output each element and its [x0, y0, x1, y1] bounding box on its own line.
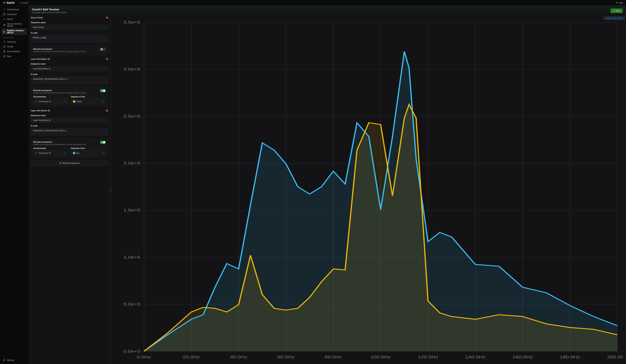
- sequence-card: Home Printer Sequence name G-code Record…: [31, 16, 108, 55]
- sidebar-item-debug-zip[interactable]: Debug Zip: [1, 39, 27, 44]
- chart-panel: Graph Example Preview 0.0Hz20.0Hz40.0Hz6…: [111, 16, 626, 364]
- sidebar-item-label: Dashboard: [7, 13, 17, 15]
- check-icon: [613, 10, 615, 12]
- record-label: Record resonances: [33, 141, 86, 143]
- sequence-name-input[interactable]: [31, 118, 108, 123]
- sidebar-item-label: Blog: [7, 55, 11, 57]
- record-toggle[interactable]: [100, 141, 106, 144]
- external-link-icon: [3, 55, 5, 58]
- topbar: RatOS Cancel Help: [0, 0, 626, 5]
- field-label: G-code: [31, 32, 108, 34]
- sidebar-item-blog[interactable]: Blog: [1, 54, 27, 59]
- chart-badge: Graph Example Preview: [604, 17, 625, 20]
- wand-icon: [3, 8, 5, 11]
- sidebar-item-setup-wizard[interactable]: Setup Wizard: [1, 7, 27, 12]
- color-swatch: [73, 100, 75, 103]
- sidebar-item-label: Motion: [7, 18, 13, 20]
- record-toggle[interactable]: [100, 89, 106, 92]
- save-button[interactable]: Save: [611, 8, 623, 13]
- sequence-name-input[interactable]: [31, 25, 108, 30]
- record-toggle[interactable]: [100, 48, 106, 51]
- record-label: Record resonances: [33, 48, 86, 50]
- help-button[interactable]: Help: [616, 2, 623, 4]
- logo-icon: [3, 1, 5, 4]
- color-select[interactable]: Sky ▲▼: [71, 150, 106, 156]
- sidebar-item-label: Donate: [7, 45, 13, 48]
- external-link-icon: [3, 50, 5, 53]
- field-label: Accelerometer: [33, 147, 68, 149]
- svg-text:2.5e+6: 2.5e+6: [123, 114, 140, 118]
- download-icon: [3, 40, 5, 43]
- remove-sequence-button[interactable]: [106, 58, 108, 60]
- svg-text:20.0Hz: 20.0Hz: [183, 355, 200, 359]
- motion-icon: [3, 18, 5, 20]
- sequence-title: Lower Belt (Motor A): [31, 58, 50, 60]
- sidebar-item-label: Mainsail: [7, 359, 14, 361]
- record-desc: Enable the calculation and persistence o…: [33, 144, 86, 146]
- svg-rect-2: [3, 24, 5, 25]
- record-desc: Enable the calculation and persistence o…: [33, 92, 86, 94]
- color-swatch: [73, 152, 75, 154]
- page-header: CoreXY Belt Tension Compare upper and lo…: [29, 5, 626, 16]
- logo: RatOS: [3, 1, 15, 4]
- gcode-input[interactable]: [31, 128, 108, 135]
- svg-text:40.0Hz: 40.0Hz: [230, 355, 247, 359]
- sidebar-item-documentation[interactable]: Documentation: [1, 49, 27, 54]
- sidebar-item-realtime-analysis[interactable]: Realtime Analysis (BETA): [1, 28, 27, 35]
- remove-sequence-button[interactable]: [106, 17, 108, 19]
- svg-text:140.0Hz: 140.0Hz: [465, 355, 486, 359]
- field-label: Sequence Color: [71, 96, 106, 98]
- svg-text:80.0Hz: 80.0Hz: [325, 355, 342, 359]
- field-label: Sequence Color: [71, 147, 106, 149]
- record-desc: Enable the calculation and persistence o…: [33, 50, 86, 52]
- sequence-card: Lower Belt (Motor A) Sequence name G-cod…: [31, 57, 108, 107]
- sidebar-item-mainsail[interactable]: Mainsail: [1, 358, 27, 363]
- svg-text:160.0Hz: 160.0Hz: [512, 355, 533, 359]
- svg-text:180.0Hz: 180.0Hz: [560, 355, 580, 359]
- color-select[interactable]: Amber ▲▼: [71, 99, 106, 104]
- sidebar-item-label: Documentation: [7, 50, 20, 52]
- chevron-updown-icon: ▲▼: [102, 152, 104, 154]
- add-sequence-button[interactable]: Add New Sequence: [31, 160, 108, 166]
- sequence-title: Home Printer: [31, 17, 43, 19]
- sidebar-item-motion[interactable]: Motion: [1, 17, 27, 22]
- chevron-updown-icon: ▲▼: [102, 101, 104, 102]
- close-icon: [106, 17, 108, 18]
- gcode-input[interactable]: [31, 35, 108, 42]
- field-label: Accelerometer: [33, 96, 68, 98]
- page-title: CoreXY Belt Tension: [32, 8, 67, 11]
- page-subtitle: Compare upper and lower belt tension: [32, 11, 67, 14]
- sidebar-item-label: Visual Calibration (BETA): [7, 23, 26, 27]
- sequence-title: Upper Belt (Motor B): [31, 109, 50, 112]
- chevron-left-icon: [19, 2, 21, 4]
- chip-icon: [35, 152, 38, 154]
- close-icon: [106, 58, 108, 60]
- sidebar-section-external: External Links: [1, 35, 27, 39]
- gcode-input[interactable]: [31, 76, 108, 84]
- sidebar: Setup Wizard Dashboard Motion Visual Cal…: [0, 5, 29, 364]
- svg-text:1.5e+6: 1.5e+6: [123, 208, 140, 213]
- record-label: Record resonances: [33, 89, 86, 91]
- accelerometer-select[interactable]: Tool Board T0 ▲▼: [33, 150, 68, 156]
- accelerometer-select[interactable]: Tool Board T0 ▲▼: [33, 99, 68, 104]
- svg-text:0.0Hz: 0.0Hz: [137, 355, 151, 359]
- chevron-updown-icon: ▲▼: [65, 152, 66, 154]
- chevron-updown-icon: ▲▼: [65, 101, 66, 102]
- svg-text:0.0e+0: 0.0e+0: [123, 349, 140, 353]
- chip-icon: [35, 100, 38, 103]
- remove-sequence-button[interactable]: [106, 109, 108, 112]
- sidebar-item-visual-calibration[interactable]: Visual Calibration (BETA): [1, 22, 27, 28]
- sequence-name-input[interactable]: [31, 66, 108, 71]
- help-icon: [616, 2, 618, 4]
- svg-text:2.0e+6: 2.0e+6: [123, 161, 140, 165]
- exit-icon: [3, 359, 5, 362]
- cancel-button[interactable]: Cancel: [19, 2, 28, 4]
- field-label: Sequence name: [31, 63, 108, 65]
- sidebar-item-donate[interactable]: Donate: [1, 44, 27, 49]
- svg-text:5.0e+5: 5.0e+5: [123, 302, 140, 306]
- field-label: Sequence name: [31, 21, 108, 24]
- plus-circle-icon: [59, 162, 61, 164]
- sidebar-item-label: Debug Zip: [7, 41, 16, 43]
- close-icon: [106, 110, 108, 111]
- sidebar-item-dashboard[interactable]: Dashboard: [1, 12, 27, 17]
